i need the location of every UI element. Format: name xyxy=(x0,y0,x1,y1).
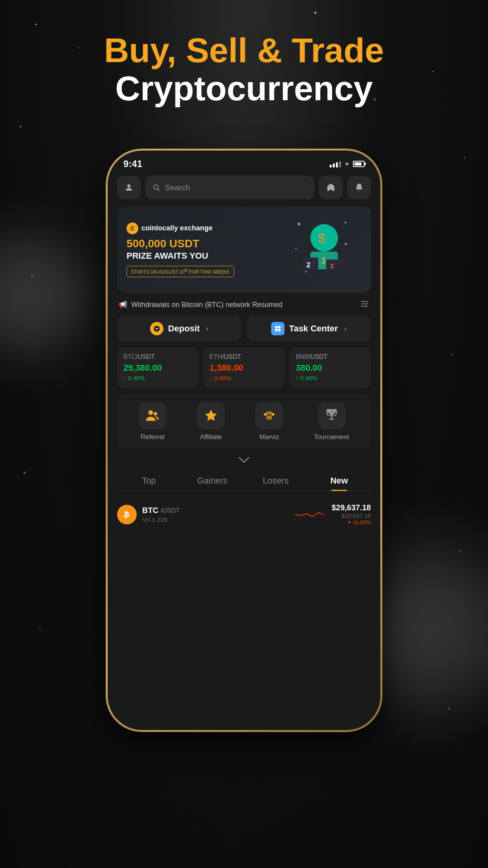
banner-logo-text: coinlocally exchange xyxy=(141,224,213,232)
hero-title-line1: Buy, Sell & Trade xyxy=(0,31,488,70)
hero-title-line2: Cryptocurrency xyxy=(0,70,488,108)
marviz-label: Marviz xyxy=(259,433,279,441)
search-row: Search xyxy=(117,176,371,199)
svg-rect-23 xyxy=(278,326,281,328)
feature-tournament[interactable]: Tournament xyxy=(314,402,349,441)
banner-subtitle: PRIZE AWAITS YOU xyxy=(127,251,283,261)
feature-referral[interactable]: Referral xyxy=(139,402,166,441)
svg-text:1: 1 xyxy=(321,256,326,265)
svg-text:✦: ✦ xyxy=(297,221,301,227)
task-center-button[interactable]: Task Center › xyxy=(247,316,371,342)
expand-chevron[interactable] xyxy=(117,455,371,465)
svg-text:✦: ✦ xyxy=(305,270,308,274)
affiliate-label: Affiliate xyxy=(200,433,222,441)
svg-text:✦: ✦ xyxy=(344,241,348,247)
price-ticker-row: BTC/USDT 29,380.00 ↑ 0.48% ETH/USDT 1,38… xyxy=(117,347,371,388)
btc-name: BTC /USDT xyxy=(142,506,289,515)
ticker-eth-pair: ETH/USDT xyxy=(209,353,278,360)
search-bar[interactable]: Search xyxy=(145,176,314,199)
status-time: 9:41 xyxy=(123,158,142,169)
banner-content: C coinlocally exchange 500,000 USDT PRIZ… xyxy=(127,223,283,277)
btc-volume: Vol 1.22B xyxy=(142,516,289,523)
svg-point-0 xyxy=(127,184,130,188)
svg-rect-24 xyxy=(275,329,277,331)
hero-section: Buy, Sell & Trade Cryptocurrency xyxy=(0,31,488,108)
svg-text:✦: ✦ xyxy=(295,247,297,250)
headset-button[interactable] xyxy=(319,176,343,199)
banner-logo-icon: C xyxy=(127,223,138,234)
task-center-label: Task Center xyxy=(289,324,338,334)
phone-frame: 9:41 ⌖ xyxy=(106,149,382,731)
battery-icon xyxy=(353,161,365,167)
deposit-label: Deposit xyxy=(168,324,200,334)
feature-marviz[interactable]: Marviz xyxy=(255,402,283,441)
ticker-btc-pair: BTC/USDT xyxy=(123,353,192,360)
svg-text:✦: ✦ xyxy=(344,221,347,225)
svg-point-27 xyxy=(154,412,157,416)
tournament-icon xyxy=(318,402,345,429)
ticker-btc-price: 29,380.00 xyxy=(123,363,192,373)
svg-point-26 xyxy=(149,410,153,415)
btc-pair: /USDT xyxy=(161,507,180,514)
referral-label: Referral xyxy=(141,433,164,441)
feature-icons-row: Referral Affiliate xyxy=(117,393,371,450)
feature-affiliate[interactable]: Affiliate xyxy=(197,402,225,441)
task-center-icon xyxy=(271,322,284,335)
ticker-eth-change: ↓ 0.48% xyxy=(209,375,278,381)
btc-chart xyxy=(295,507,326,522)
btc-info: BTC /USDT Vol 1.22B xyxy=(142,506,289,523)
signal-icon xyxy=(330,160,341,167)
phone-mockup: 9:41 ⌖ xyxy=(106,149,382,731)
svg-marker-28 xyxy=(205,410,217,421)
deposit-icon xyxy=(150,322,163,335)
btc-price-sub: $29,637.18 xyxy=(332,512,371,519)
btc-icon xyxy=(117,505,137,524)
ticker-bnb-pair: BNB/USDT xyxy=(296,353,365,360)
tab-gainers[interactable]: Gainers xyxy=(181,471,244,491)
phone-notch xyxy=(201,151,287,166)
ticker-eth[interactable]: ETH/USDT 1,380.00 ↓ 0.48% xyxy=(203,347,284,388)
tab-losers[interactable]: Losers xyxy=(244,471,308,491)
announcement-menu-icon[interactable] xyxy=(360,299,369,310)
ticker-btc[interactable]: BTC/USDT 29,380.00 ↑ 0.48% xyxy=(117,347,198,388)
ticker-eth-price: 1,380.00 xyxy=(209,363,278,373)
deposit-button[interactable]: Deposit › xyxy=(117,316,241,342)
affiliate-icon xyxy=(197,402,225,429)
svg-text:3: 3 xyxy=(330,263,334,270)
megaphone-icon: 📢 xyxy=(119,300,127,309)
marviz-icon xyxy=(255,402,283,429)
crypto-list-row-btc[interactable]: BTC /USDT Vol 1.22B $29,637.18 $29,637.1… xyxy=(117,497,371,531)
svg-rect-22 xyxy=(275,326,277,328)
svg-rect-19 xyxy=(361,303,368,304)
btc-change: -0.43% xyxy=(332,519,371,526)
promo-banner[interactable]: C coinlocally exchange 500,000 USDT PRIZ… xyxy=(117,206,371,293)
notification-button[interactable] xyxy=(347,176,371,199)
banner-amount: 500,000 USDT xyxy=(127,238,283,249)
tab-top[interactable]: Top xyxy=(117,471,181,491)
banner-logo: C coinlocally exchange xyxy=(127,223,283,234)
announcement-bar: 📢 Withdrawals on Bitcoin (BTC) network R… xyxy=(117,299,371,310)
banner-illustration: ✦ ✦ ✦ ✦ ✦ ★ ★ $ xyxy=(283,218,361,281)
btc-price-info: $29,637.18 $29,637.18 -0.43% xyxy=(332,503,371,526)
banner-badge: STARTS ON AUGUST 10th FOR TWO WEEKS xyxy=(127,266,234,277)
wifi-icon: ⌖ xyxy=(345,160,349,168)
svg-rect-14 xyxy=(326,259,342,269)
search-placeholder: Search xyxy=(165,183,190,192)
svg-point-32 xyxy=(267,414,269,416)
svg-rect-20 xyxy=(361,306,368,307)
announcement-text: 📢 Withdrawals on Bitcoin (BTC) network R… xyxy=(119,300,283,309)
ticker-bnb-change: ↑ 0.48% xyxy=(296,375,365,381)
svg-line-2 xyxy=(158,189,160,191)
quick-actions-row: Deposit › Task Center xyxy=(117,316,371,342)
tab-new[interactable]: New xyxy=(308,471,371,491)
announcement-content: Withdrawals on Bitcoin (BTC) network Res… xyxy=(131,301,283,309)
ticker-bnb[interactable]: BNB/USDT 380.00 ↑ 0.48% xyxy=(290,347,371,388)
svg-point-33 xyxy=(270,414,272,416)
phone-inner: 9:41 ⌖ xyxy=(108,151,380,730)
ticker-btc-change: ↑ 0.48% xyxy=(123,375,192,381)
app-content: Search xyxy=(108,172,380,730)
deposit-arrow: › xyxy=(206,325,208,333)
btc-price: $29,637.18 xyxy=(332,503,371,512)
user-profile-button[interactable] xyxy=(117,176,141,199)
svg-point-1 xyxy=(154,185,158,189)
